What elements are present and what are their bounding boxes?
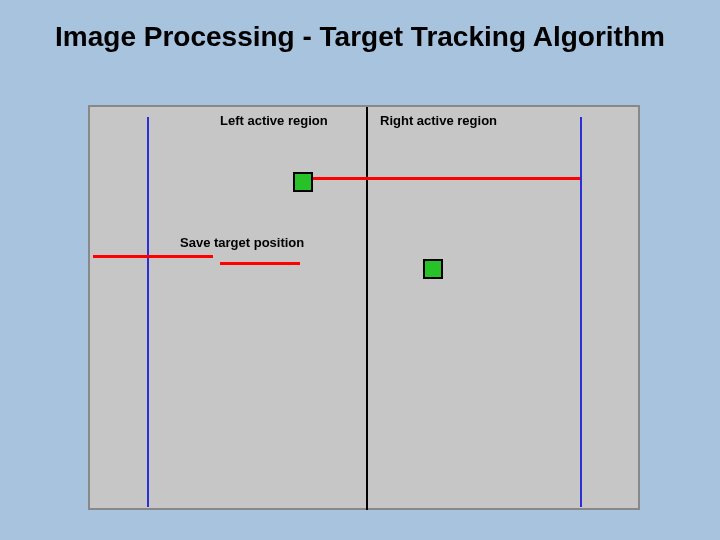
scan-line-upper — [295, 177, 580, 180]
scan-line-short — [220, 262, 300, 265]
label-save-position: Save target position — [180, 235, 304, 250]
label-right-region: Right active region — [380, 113, 497, 128]
right-boundary-line — [580, 117, 582, 507]
label-left-region: Left active region — [220, 113, 328, 128]
scan-line-left — [93, 255, 213, 258]
diagram-frame: Left active region Right active region S… — [88, 105, 640, 510]
page-title: Image Processing - Target Tracking Algor… — [0, 20, 720, 54]
left-boundary-line — [147, 117, 149, 507]
target-marker-left — [293, 172, 313, 192]
target-marker-right — [423, 259, 443, 279]
center-divider-line — [366, 107, 368, 510]
